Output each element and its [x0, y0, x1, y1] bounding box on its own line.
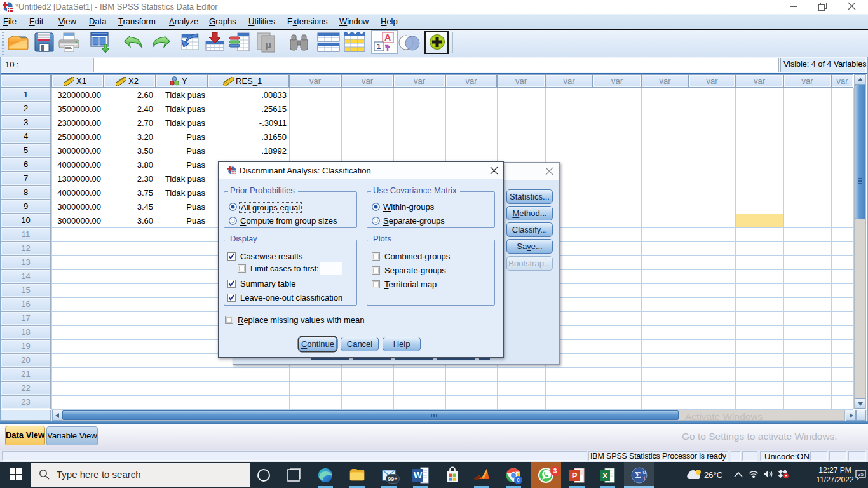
svg-text:X: X — [602, 471, 608, 480]
svg-text:P: P — [572, 471, 578, 480]
svg-text:μ: μ — [265, 38, 271, 50]
svg-text:A: A — [384, 32, 391, 43]
svg-text:W: W — [414, 470, 423, 480]
svg-text:+: + — [642, 475, 646, 482]
svg-text:1: 1 — [377, 43, 381, 50]
svg-text:Σ: Σ — [635, 470, 641, 480]
svg-text:35: 35 — [858, 471, 864, 477]
